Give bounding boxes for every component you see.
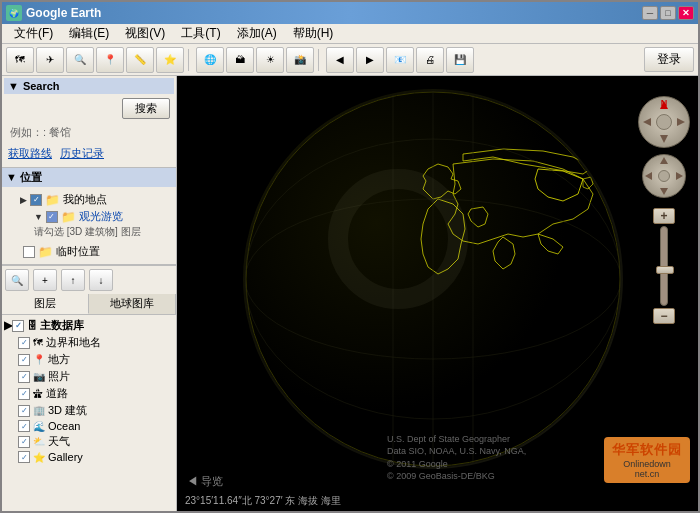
- places-checkbox[interactable]: ✓: [18, 354, 30, 366]
- tb-btn-12[interactable]: ▶: [356, 47, 384, 73]
- weather-icon: ⛅: [33, 436, 45, 447]
- history-link[interactable]: 历史记录: [60, 146, 104, 161]
- maximize-button[interactable]: □: [660, 6, 676, 20]
- pan-up-arrow: [660, 157, 668, 164]
- expand-icon: ▶: [20, 195, 27, 205]
- compass[interactable]: N: [638, 96, 690, 148]
- tab-layers[interactable]: 图层: [2, 294, 89, 314]
- menu-view[interactable]: 视图(V): [117, 23, 173, 44]
- locations-header[interactable]: ▼ 位置: [2, 168, 176, 187]
- compass-east-arrow: [677, 118, 685, 126]
- search-mini-btn[interactable]: 🔍: [5, 269, 29, 291]
- zoom-in-button[interactable]: +: [653, 208, 675, 224]
- zoom-out-button[interactable]: −: [653, 308, 675, 324]
- pan-center: [658, 170, 670, 182]
- menu-file[interactable]: 文件(F): [6, 23, 61, 44]
- tb-btn-2[interactable]: ✈: [36, 47, 64, 73]
- map-area[interactable]: N: [177, 76, 698, 511]
- get-route-link[interactable]: 获取路线: [8, 146, 52, 161]
- tb-btn-1[interactable]: 🗺: [6, 47, 34, 73]
- gallery-label: Gallery: [48, 451, 83, 463]
- temp-folder-icon: 📁: [38, 245, 53, 259]
- search-example: 例如：: 餐馆: [8, 123, 170, 142]
- window-title: Google Earth: [26, 6, 640, 20]
- tree-item-sightseeing[interactable]: ▼ ✓ 📁 观光游览: [6, 208, 172, 225]
- zoom-thumb[interactable]: [656, 266, 674, 274]
- compass-ring: N: [638, 96, 690, 148]
- search-button[interactable]: 搜索: [122, 98, 170, 119]
- nav-label-text: 导览: [201, 475, 223, 487]
- layer-item-borders[interactable]: ✓ 🗺 边界和地名: [4, 334, 174, 351]
- up-btn[interactable]: ↑: [61, 269, 85, 291]
- tb-btn-9[interactable]: ☀: [256, 47, 284, 73]
- photos-checkbox[interactable]: ✓: [18, 371, 30, 383]
- tb-btn-7[interactable]: 🌐: [196, 47, 224, 73]
- close-button[interactable]: ✕: [678, 6, 694, 20]
- layer-item-weather[interactable]: ✓ ⛅ 天气: [4, 433, 174, 450]
- layer-item-ocean[interactable]: ✓ 🌊 Ocean: [4, 419, 174, 433]
- temp-checkbox[interactable]: [23, 246, 35, 258]
- tb-btn-15[interactable]: 💾: [446, 47, 474, 73]
- globe-container: [227, 96, 638, 461]
- tb-btn-8[interactable]: 🏔: [226, 47, 254, 73]
- layer-item-photos[interactable]: ✓ 📷 照片: [4, 368, 174, 385]
- gallery-checkbox[interactable]: ✓: [18, 451, 30, 463]
- globe[interactable]: [243, 89, 623, 469]
- tb-btn-4[interactable]: 📍: [96, 47, 124, 73]
- myplaces-checkbox[interactable]: ✓: [30, 194, 42, 206]
- borders-label: 边界和地名: [46, 335, 101, 350]
- login-button[interactable]: 登录: [644, 47, 694, 72]
- tb-btn-14[interactable]: 🖨: [416, 47, 444, 73]
- tree-sub-note: 请勾选 [3D 建筑物] 图层: [6, 225, 172, 239]
- down-btn[interactable]: ↓: [89, 269, 113, 291]
- locations-title: ▼ 位置: [6, 170, 42, 185]
- menu-add[interactable]: 添加(A): [229, 23, 285, 44]
- weather-checkbox[interactable]: ✓: [18, 436, 30, 448]
- tree-item-temp[interactable]: 📁 临时位置: [6, 243, 172, 260]
- minimize-button[interactable]: ─: [642, 6, 658, 20]
- tb-btn-13[interactable]: 📧: [386, 47, 414, 73]
- 3d-checkbox[interactable]: ✓: [18, 405, 30, 417]
- menu-help[interactable]: 帮助(H): [285, 23, 342, 44]
- ocean-label: Ocean: [48, 420, 80, 432]
- search-header[interactable]: ▼ Search: [4, 78, 174, 94]
- photos-label: 照片: [48, 369, 70, 384]
- add-btn[interactable]: +: [33, 269, 57, 291]
- roads-checkbox[interactable]: ✓: [18, 388, 30, 400]
- layer-item-places[interactable]: ✓ 📍 地方: [4, 351, 174, 368]
- separator-2: [318, 49, 322, 71]
- tb-btn-6[interactable]: ⭐: [156, 47, 184, 73]
- layer-item-gallery[interactable]: ✓ ⭐ Gallery: [4, 450, 174, 464]
- search-row: 搜索: [8, 98, 170, 119]
- main-content: ▼ Search 搜索 例如：: 餐馆 获取路线 历史记录 ▼: [2, 76, 698, 511]
- menu-bar: 文件(F) 编辑(E) 视图(V) 工具(T) 添加(A) 帮助(H): [2, 24, 698, 44]
- zoom-track[interactable]: [660, 226, 668, 306]
- pan-control[interactable]: [642, 154, 686, 198]
- search-body: 搜索 例如：: 餐馆 获取路线 历史记录: [4, 94, 174, 165]
- weather-label: 天气: [48, 434, 70, 449]
- tb-btn-3[interactable]: 🔍: [66, 47, 94, 73]
- nav-controls: N: [638, 96, 690, 324]
- borders-checkbox[interactable]: ✓: [18, 337, 30, 349]
- compass-center: [656, 114, 672, 130]
- tb-btn-10[interactable]: 📸: [286, 47, 314, 73]
- pan-right-arrow: [676, 172, 683, 180]
- watermark-line3-text: net.cn: [635, 469, 660, 479]
- geo-text-3: © 2011 Google: [387, 458, 526, 471]
- watermark-line2-text: Onlinedown: [623, 459, 671, 469]
- tree-item-myplaces[interactable]: ▶ ✓ 📁 我的地点: [6, 191, 172, 208]
- search-title: Search: [23, 80, 60, 92]
- layer-item-roads[interactable]: ✓ 🛣 道路: [4, 385, 174, 402]
- primarydb-checkbox[interactable]: ✓: [12, 320, 24, 332]
- menu-edit[interactable]: 编辑(E): [61, 23, 117, 44]
- tb-btn-5[interactable]: 📏: [126, 47, 154, 73]
- layer-item-primarydb[interactable]: ▶ ✓ 🗄 主数据库: [4, 317, 174, 334]
- myplaces-label: 我的地点: [63, 192, 107, 207]
- sightseeing-checkbox[interactable]: ✓: [46, 211, 58, 223]
- layer-item-3d[interactable]: ✓ 🏢 3D 建筑: [4, 402, 174, 419]
- tab-earth-library[interactable]: 地球图库: [89, 294, 176, 314]
- pan-left-arrow: [645, 172, 652, 180]
- menu-tools[interactable]: 工具(T): [173, 23, 228, 44]
- tb-btn-11[interactable]: ◀: [326, 47, 354, 73]
- ocean-checkbox[interactable]: ✓: [18, 420, 30, 432]
